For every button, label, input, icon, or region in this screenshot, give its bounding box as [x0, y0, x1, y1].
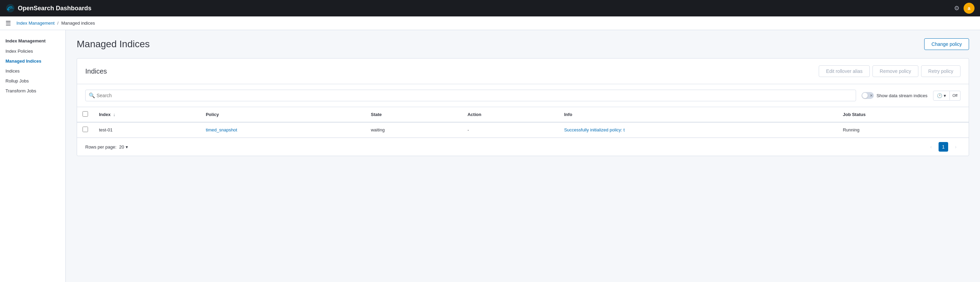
remove-policy-button[interactable]: Remove policy — [872, 65, 918, 77]
toggle-knob — [862, 93, 868, 98]
page-1-button[interactable]: 1 — [939, 142, 948, 152]
sort-icon[interactable]: ↓ — [113, 112, 116, 117]
change-policy-button[interactable]: Change policy — [924, 38, 969, 50]
rows-per-page: Rows per page: 20 ▾ — [85, 144, 128, 150]
rows-per-page-value: 20 — [119, 144, 124, 150]
next-page-button[interactable]: › — [951, 142, 961, 152]
header-action: Action — [462, 107, 558, 122]
sidebar-section-title: Index Management — [0, 36, 65, 46]
header-info: Info — [558, 107, 837, 122]
header-job-status: Job Status — [837, 107, 969, 122]
table-header-row: Index ↓ Policy State Action Info Job Sta… — [77, 107, 969, 122]
avatar[interactable]: a — [964, 3, 975, 14]
cell-action: - — [462, 122, 558, 138]
edit-rollover-alias-button[interactable]: Edit rollover alias — [819, 65, 870, 77]
breadcrumb-separator: / — [57, 21, 59, 26]
main-content: Managed Indices Change policy Indices Ed… — [66, 30, 980, 282]
sidebar: Index Management Index Policies Managed … — [0, 30, 66, 282]
chevron-down-icon: ▾ — [944, 93, 946, 98]
cell-job-status: Running — [837, 122, 969, 138]
card-title: Indices — [85, 67, 107, 75]
refresh-button[interactable]: 🕐 ▾ — [933, 91, 950, 101]
header-checkbox-cell — [77, 107, 94, 122]
row-checkbox-0[interactable] — [83, 127, 88, 132]
policy-link[interactable]: timed_snapshot — [206, 127, 237, 132]
cell-index: test-01 — [94, 122, 200, 138]
rows-per-page-label: Rows per page: — [85, 144, 116, 150]
data-stream-toggle[interactable]: ✕ — [862, 92, 874, 99]
card-actions: Edit rollover alias Remove policy Retry … — [819, 65, 961, 77]
hamburger-menu[interactable]: ☰ — [5, 19, 11, 27]
sidebar-item-transform-jobs[interactable]: Transform Jobs — [0, 86, 65, 96]
settings-icon[interactable]: ⚙ — [954, 5, 959, 12]
page-header: Managed Indices Change policy — [77, 38, 969, 50]
cell-state: waiting — [365, 122, 462, 138]
rows-per-page-select[interactable]: 20 ▾ — [119, 144, 128, 150]
logo-text: OpenSearch Dashboards — [18, 5, 91, 12]
sidebar-item-rollup-jobs[interactable]: Rollup Jobs — [0, 76, 65, 86]
select-all-checkbox[interactable] — [83, 111, 88, 117]
row-checkbox-cell — [77, 122, 94, 138]
sidebar-item-indices[interactable]: Indices — [0, 66, 65, 76]
clock-icon: 🕐 — [937, 93, 942, 98]
pagination-row: Rows per page: 20 ▾ ‹ 1 › — [77, 138, 969, 156]
sidebar-item-index-policies[interactable]: Index Policies — [0, 46, 65, 56]
cell-info: Successfully initialized policy: t — [558, 122, 837, 138]
search-icon: 🔍 — [89, 92, 95, 98]
search-row: 🔍 ✕ Show data stream indices 🕐 ▾ Off — [77, 84, 969, 107]
page-title: Managed Indices — [77, 39, 150, 50]
breadcrumb-home[interactable]: Index Management — [16, 21, 54, 26]
refresh-group: 🕐 ▾ Off — [933, 91, 961, 101]
sidebar-item-managed-indices[interactable]: Managed Indices — [0, 56, 65, 66]
cell-policy: timed_snapshot — [200, 122, 365, 138]
off-label: Off — [950, 91, 961, 101]
opensearch-logo[interactable]: OpenSearch Dashboards — [5, 3, 91, 13]
chevron-down-icon: ▾ — [126, 144, 128, 150]
card-header: Indices Edit rollover alias Remove polic… — [77, 59, 969, 84]
indices-table: Index ↓ Policy State Action Info Job Sta… — [77, 107, 969, 138]
header-index: Index ↓ — [94, 107, 200, 122]
retry-policy-button[interactable]: Retry policy — [921, 65, 961, 77]
breadcrumb-bar: ☰ Index Management / Managed indices — [0, 16, 980, 30]
toggle-label: Show data stream indices — [877, 93, 928, 98]
header-policy: Policy — [200, 107, 365, 122]
table-wrap: Index ↓ Policy State Action Info Job Sta… — [77, 107, 969, 138]
search-input[interactable] — [85, 90, 856, 101]
breadcrumb-current: Managed indices — [61, 21, 95, 26]
indices-card: Indices Edit rollover alias Remove polic… — [77, 58, 969, 156]
search-input-wrap: 🔍 — [85, 90, 856, 101]
table-row: test-01 timed_snapshot waiting - Success… — [77, 122, 969, 138]
prev-page-button[interactable]: ‹ — [926, 142, 936, 152]
toggle-row: ✕ Show data stream indices — [862, 92, 928, 99]
header-state: State — [365, 107, 462, 122]
svg-point-1 — [7, 9, 9, 10]
top-navigation: OpenSearch Dashboards ⚙ a — [0, 0, 980, 16]
page-controls: ‹ 1 › — [926, 142, 961, 152]
